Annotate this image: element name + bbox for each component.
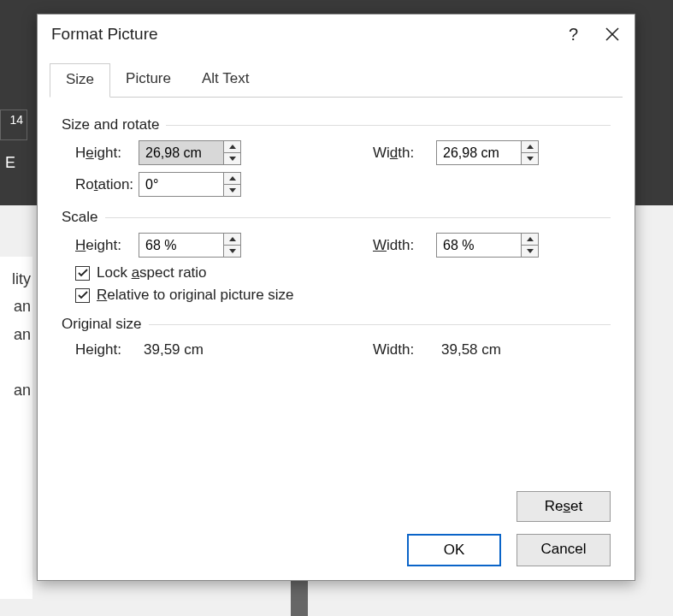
rotation-label: Rotation: <box>62 176 139 193</box>
row-scale: Height: <box>62 233 611 258</box>
scale-width-spinner <box>436 233 539 258</box>
ok-button[interactable]: OK <box>407 534 501 566</box>
tab-picture[interactable]: Picture <box>110 63 186 98</box>
width-spin-up[interactable] <box>522 141 538 153</box>
background-vertical-bar <box>291 578 308 616</box>
relative-row: Relative to original picture size <box>75 287 611 304</box>
dialog-content: Size and rotate Height: <box>38 98 635 491</box>
svg-marker-8 <box>229 237 236 241</box>
scale-width-spin-up[interactable] <box>522 234 538 246</box>
background-column-letter: E <box>5 154 15 172</box>
chevron-up-icon <box>527 145 534 149</box>
width-spinner <box>436 140 539 165</box>
section-rule <box>105 217 611 218</box>
scale-height-input[interactable] <box>139 234 223 257</box>
height-spin-up[interactable] <box>224 141 240 153</box>
width-label: Width: <box>359 145 436 162</box>
height-input[interactable] <box>139 141 223 164</box>
svg-marker-4 <box>527 145 534 149</box>
width-spin-down[interactable] <box>522 153 538 164</box>
scale-width-spin-down[interactable] <box>522 246 538 257</box>
original-width-group: Width: 39,58 cm <box>359 341 581 358</box>
scale-width-group: Width: <box>359 233 581 258</box>
relative-label: Relative to original picture size <box>97 287 294 304</box>
format-picture-dialog: Format Picture ? Size Picture Alt Text S… <box>37 14 635 581</box>
section-scale: Scale <box>62 209 611 226</box>
svg-marker-5 <box>527 157 534 161</box>
width-input[interactable] <box>437 141 521 164</box>
section-label: Original size <box>62 316 142 333</box>
section-original: Original size <box>62 316 611 333</box>
scale-width-label: Width: <box>359 237 436 254</box>
scale-height-spin-down[interactable] <box>224 246 240 257</box>
rotation-spinner <box>139 172 241 197</box>
original-height-value: 39,59 cm <box>139 341 204 358</box>
help-button[interactable]: ? <box>565 24 581 44</box>
lock-aspect-label: Lock aspect ratio <box>97 264 207 281</box>
row-original: Height: 39,59 cm Width: 39,58 cm <box>62 341 611 358</box>
tab-alt-text[interactable]: Alt Text <box>186 63 264 98</box>
background-slide-number: 14 <box>0 110 27 140</box>
reset-button[interactable]: Reset <box>517 491 611 522</box>
svg-marker-2 <box>229 145 236 149</box>
row-rotation: Rotation: <box>62 172 611 197</box>
section-label: Scale <box>62 209 98 226</box>
scale-height-label: Height: <box>62 237 139 254</box>
check-icon <box>78 291 88 299</box>
original-height-group: Height: 39,59 cm <box>62 341 318 358</box>
cancel-button[interactable]: Cancel <box>517 534 611 566</box>
row-size: Height: <box>62 140 611 165</box>
height-spin-down[interactable] <box>224 153 240 164</box>
lock-aspect-checkbox[interactable] <box>75 266 90 281</box>
background-left-text: lity an an an <box>0 257 32 599</box>
rotation-spin-up[interactable] <box>224 173 240 185</box>
svg-marker-11 <box>527 249 534 253</box>
chevron-down-icon <box>229 188 236 192</box>
chevron-down-icon <box>527 249 534 253</box>
spinner-buttons <box>223 173 240 196</box>
dialog-footer: OK Cancel <box>38 522 635 580</box>
reset-row: Reset <box>38 491 635 522</box>
spinner-buttons <box>223 234 240 257</box>
scale-height-spin-up[interactable] <box>224 234 240 246</box>
relative-checkbox[interactable] <box>75 288 90 303</box>
chevron-up-icon <box>229 237 236 241</box>
tab-strip: Size Picture Alt Text <box>50 62 623 98</box>
svg-marker-6 <box>229 176 236 181</box>
chevron-down-icon <box>527 157 534 161</box>
chevron-up-icon <box>229 176 236 181</box>
svg-marker-3 <box>229 157 236 161</box>
rotation-spin-down[interactable] <box>224 185 240 196</box>
width-field-group: Width: <box>359 140 581 165</box>
chevron-down-icon <box>229 249 236 253</box>
dialog-titlebar: Format Picture ? <box>38 15 635 54</box>
lock-aspect-row: Lock aspect ratio <box>75 264 611 281</box>
spinner-buttons <box>521 234 538 257</box>
height-field-group: Height: <box>62 140 318 165</box>
titlebar-buttons: ? <box>565 24 623 44</box>
close-button[interactable] <box>602 26 623 43</box>
svg-marker-7 <box>229 188 236 192</box>
tab-size[interactable]: Size <box>50 63 110 98</box>
height-label: Height: <box>62 145 139 162</box>
original-width-label: Width: <box>359 341 436 358</box>
original-height-label: Height: <box>62 341 139 358</box>
original-width-value: 39,58 cm <box>436 341 501 358</box>
chevron-up-icon <box>527 237 534 241</box>
section-size-rotate: Size and rotate <box>62 116 611 133</box>
section-rule <box>149 324 611 325</box>
scale-height-spinner <box>139 233 241 258</box>
height-spinner <box>139 140 241 165</box>
section-label: Size and rotate <box>62 116 159 133</box>
svg-marker-9 <box>229 249 236 253</box>
svg-marker-10 <box>527 237 534 241</box>
rotation-field-group: Rotation: <box>62 172 318 197</box>
scale-width-input[interactable] <box>437 234 521 257</box>
spinner-buttons <box>521 141 538 164</box>
rotation-input[interactable] <box>139 173 223 196</box>
spinner-buttons <box>223 141 240 164</box>
chevron-down-icon <box>229 157 236 161</box>
scale-height-group: Height: <box>62 233 318 258</box>
check-icon <box>78 269 88 277</box>
chevron-up-icon <box>229 145 236 149</box>
